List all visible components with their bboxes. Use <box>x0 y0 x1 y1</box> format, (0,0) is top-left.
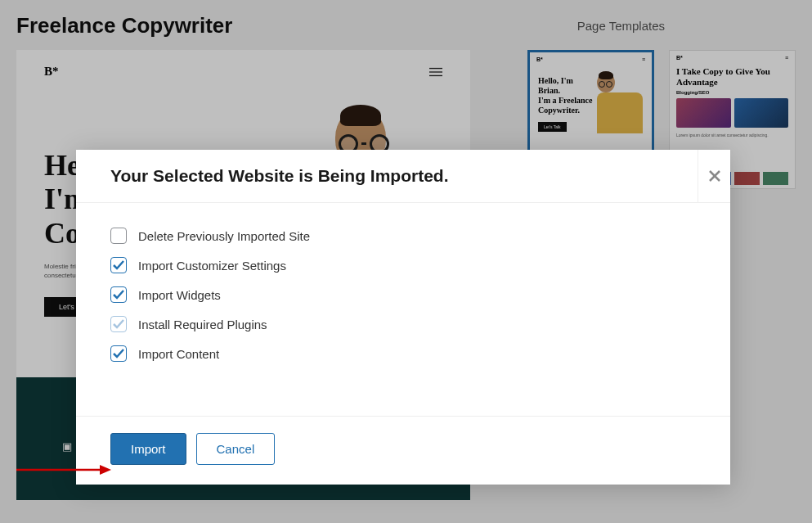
checkbox-delete-site[interactable] <box>110 228 127 244</box>
label-plugins: Install Required Plugins <box>138 318 267 331</box>
label-delete-site: Delete Previously Imported Site <box>138 229 310 243</box>
label-widgets: Import Widgets <box>138 288 221 302</box>
label-content: Import Content <box>138 347 219 361</box>
checkbox-content[interactable] <box>110 345 127 362</box>
checkbox-customizer[interactable] <box>110 257 127 273</box>
svg-marker-6 <box>100 465 111 475</box>
annotation-arrow <box>15 462 113 481</box>
label-customizer: Import Customizer Settings <box>138 259 286 273</box>
checkbox-widgets[interactable] <box>110 286 127 303</box>
import-button[interactable]: Import <box>110 433 186 465</box>
modal-title: Your Selected Website is Being Imported. <box>110 166 448 186</box>
close-icon[interactable] <box>698 150 730 202</box>
cancel-button[interactable]: Cancel <box>196 433 276 465</box>
checkbox-plugins <box>110 316 127 332</box>
import-modal: Your Selected Website is Being Imported.… <box>76 150 730 485</box>
